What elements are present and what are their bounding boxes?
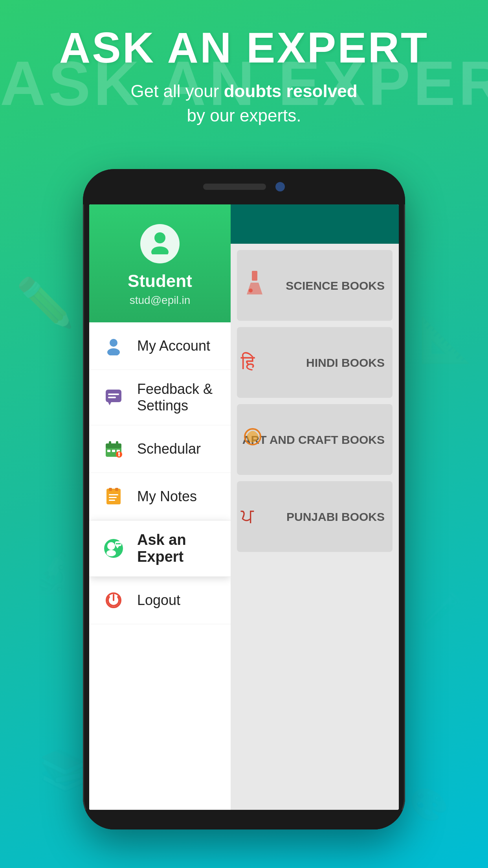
notes-label: My Notes — [137, 488, 197, 505]
drawer-header: Student stud@epil.in — [89, 204, 231, 322]
svg-marker-9 — [108, 402, 111, 405]
phone-mockup: rning SCIENCE BOOKS हि — [83, 169, 405, 829]
avatar — [140, 224, 180, 263]
science-icon — [241, 269, 268, 302]
svg-rect-13 — [106, 443, 121, 448]
svg-point-21 — [118, 455, 120, 456]
schedule-icon — [101, 436, 126, 462]
science-books-card[interactable]: SCIENCE BOOKS — [237, 250, 393, 321]
phone-bottom — [83, 810, 405, 829]
art-books-card[interactable]: ART AND CRAFT BOOKS — [237, 404, 393, 475]
account-label: My Account — [137, 338, 210, 354]
svg-rect-20 — [118, 452, 120, 455]
expert-label: Ask an Expert — [137, 531, 219, 565]
art-icon — [241, 425, 264, 454]
feedback-label: Feedback & Settings — [137, 381, 219, 414]
expert-icon — [101, 536, 126, 561]
phone-speaker — [203, 184, 266, 190]
punjabi-icon: ਪ — [241, 505, 253, 528]
svg-point-34 — [117, 543, 119, 544]
punjabi-books-label: PUNJABI BOOKS — [286, 509, 385, 524]
drawer-item-feedback[interactable]: Feedback & Settings — [89, 370, 231, 425]
phone-screen: rning SCIENCE BOOKS हि — [89, 204, 399, 810]
science-books-label: SCIENCE BOOKS — [286, 278, 385, 293]
hindi-icon: हि — [241, 351, 255, 374]
hindi-books-card[interactable]: हि HINDI BOOKS — [237, 327, 393, 398]
logout-icon — [101, 588, 126, 613]
svg-rect-25 — [109, 494, 118, 495]
svg-marker-1 — [247, 283, 262, 294]
schedule-label: Schedular — [137, 441, 201, 457]
svg-point-30 — [106, 550, 116, 556]
svg-point-2 — [249, 289, 253, 292]
svg-rect-14 — [109, 441, 111, 446]
logout-label: Logout — [137, 592, 180, 609]
svg-rect-16 — [107, 450, 110, 452]
svg-rect-11 — [108, 397, 116, 398]
navigation-drawer: Student stud@epil.in My Account — [89, 204, 231, 810]
punjabi-books-card[interactable]: ਪ PUNJABI BOOKS — [237, 481, 393, 552]
svg-point-5 — [151, 246, 169, 254]
user-icon — [147, 229, 172, 258]
svg-rect-8 — [106, 390, 121, 402]
drawer-email: stud@epil.in — [130, 294, 191, 307]
svg-rect-10 — [108, 394, 119, 395]
hindi-books-label: HINDI BOOKS — [306, 355, 385, 370]
feedback-icon — [101, 385, 126, 410]
svg-point-6 — [110, 339, 117, 347]
svg-rect-24 — [115, 488, 118, 491]
notes-icon — [101, 484, 126, 509]
app-main-content: SCIENCE BOOKS हि HINDI BOOKS ART AND CRA… — [231, 244, 399, 810]
svg-rect-27 — [109, 500, 115, 501]
svg-point-7 — [107, 348, 120, 355]
drawer-menu: My Account Feedback & Settings — [89, 322, 231, 810]
header-section: ASK AN EXPERT Get all your doubts resolv… — [0, 24, 488, 127]
account-icon — [101, 333, 126, 359]
svg-rect-23 — [109, 488, 112, 491]
svg-point-35 — [119, 543, 121, 544]
svg-point-29 — [107, 542, 115, 550]
svg-rect-22 — [106, 489, 121, 504]
drawer-item-schedule[interactable]: Schedular — [89, 425, 231, 473]
drawer-item-expert[interactable]: Ask an Expert — [89, 520, 231, 577]
drawer-username: Student — [128, 271, 192, 291]
main-title: ASK AN EXPERT — [0, 24, 488, 71]
phone-top-bar — [83, 169, 405, 204]
drawer-item-notes[interactable]: My Notes — [89, 473, 231, 520]
main-subtitle: Get all your doubts resolvedby our exper… — [0, 79, 488, 127]
drawer-item-logout[interactable]: Logout — [89, 577, 231, 624]
svg-point-4 — [154, 232, 165, 243]
svg-rect-15 — [116, 441, 118, 446]
drawer-item-account[interactable]: My Account — [89, 322, 231, 370]
svg-rect-17 — [112, 450, 115, 452]
phone-camera — [275, 182, 285, 191]
svg-rect-0 — [252, 271, 257, 281]
svg-point-33 — [116, 543, 117, 544]
svg-rect-26 — [109, 497, 117, 498]
